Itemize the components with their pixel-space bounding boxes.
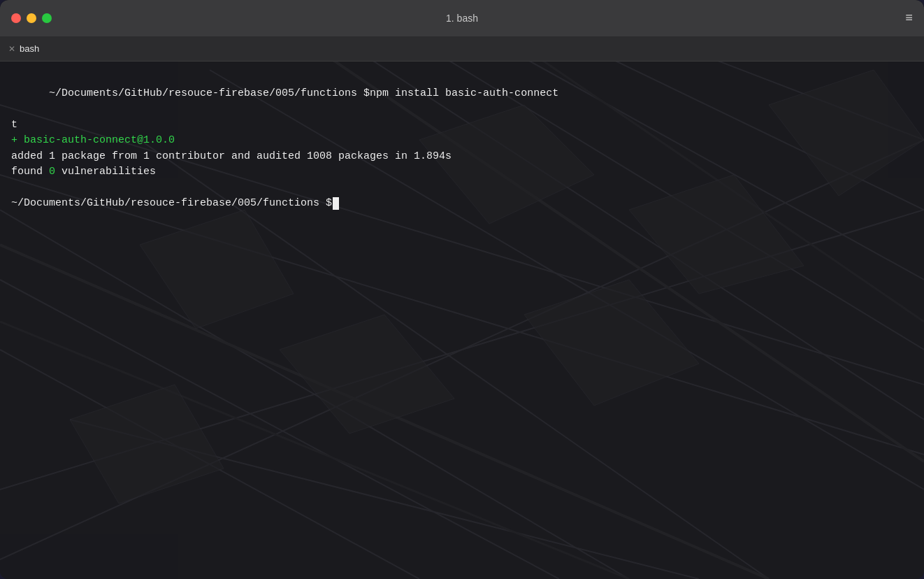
command-line-1: ~/Documents/GitHub/resouce-firebase/005/… — [11, 70, 913, 117]
output-line-vulnerabilities: found 0 vulnerabilities — [11, 164, 913, 180]
vuln-count: 0 — [49, 166, 55, 178]
traffic-lights — [11, 13, 52, 23]
current-prompt: ~/Documents/GitHub/resouce-firebase/005/… — [11, 196, 332, 212]
window-title: 1. bash — [446, 13, 478, 24]
output-line-added: added 1 package from 1 contributor and a… — [11, 149, 913, 165]
close-button[interactable] — [11, 13, 21, 23]
tab-bash[interactable]: ✕ bash — [8, 43, 39, 54]
menu-icon[interactable]: ≡ — [905, 11, 913, 25]
prompt-1: ~/Documents/GitHub/resouce-firebase/005/… — [49, 87, 558, 99]
output-line-package: + basic-auth-connect@1.0.0 — [11, 133, 913, 149]
terminal-window: 1. bash ≡ ✕ bash ~/Documents/GitHub/reso… — [0, 0, 924, 579]
tab-bar: ✕ bash — [0, 36, 924, 62]
tab-label: bash — [20, 43, 39, 54]
empty-line — [11, 180, 913, 196]
minimize-button[interactable] — [27, 13, 36, 23]
current-prompt-line: ~/Documents/GitHub/resouce-firebase/005/… — [11, 196, 913, 212]
title-bar: 1. bash ≡ — [0, 0, 924, 36]
maximize-button[interactable] — [42, 13, 52, 23]
cursor — [333, 197, 339, 210]
output-line-continuation: t — [11, 117, 913, 134]
terminal-content[interactable]: ~/Documents/GitHub/resouce-firebase/005/… — [0, 62, 924, 579]
tab-close-icon[interactable]: ✕ — [8, 44, 15, 54]
